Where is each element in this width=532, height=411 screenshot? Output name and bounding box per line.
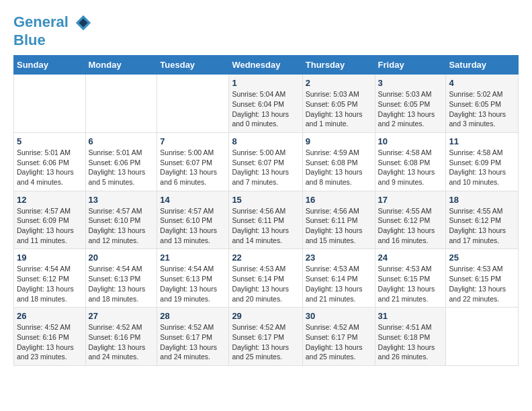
day-number: 30 xyxy=(306,311,372,321)
day-number: 29 xyxy=(232,311,299,321)
calendar-cell: 16Sunrise: 4:56 AMSunset: 6:11 PMDayligh… xyxy=(302,191,375,249)
day-number: 27 xyxy=(89,311,154,321)
day-number: 14 xyxy=(160,195,226,205)
calendar-body: 1Sunrise: 5:04 AMSunset: 6:04 PMDaylight… xyxy=(14,75,519,366)
day-number: 24 xyxy=(378,253,443,263)
calendar-cell: 23Sunrise: 4:53 AMSunset: 6:14 PMDayligh… xyxy=(302,249,375,308)
day-info: Sunrise: 4:52 AMSunset: 6:16 PMDaylight:… xyxy=(17,322,83,362)
calendar-week-row: 5Sunrise: 5:01 AMSunset: 6:06 PMDaylight… xyxy=(14,132,519,191)
weekday-header: Friday xyxy=(375,56,446,75)
logo-blue: Blue xyxy=(13,32,93,48)
calendar-cell: 19Sunrise: 4:54 AMSunset: 6:12 PMDayligh… xyxy=(14,249,86,308)
day-number: 11 xyxy=(449,136,515,146)
calendar-cell: 29Sunrise: 4:52 AMSunset: 6:17 PMDayligh… xyxy=(229,308,302,366)
day-info: Sunrise: 5:02 AMSunset: 6:05 PMDaylight:… xyxy=(449,89,515,129)
calendar-cell: 2Sunrise: 5:03 AMSunset: 6:05 PMDaylight… xyxy=(302,75,375,133)
weekday-header: Thursday xyxy=(302,56,375,75)
calendar-cell: 6Sunrise: 5:01 AMSunset: 6:06 PMDaylight… xyxy=(85,132,157,191)
calendar-cell: 25Sunrise: 4:53 AMSunset: 6:15 PMDayligh… xyxy=(446,249,519,308)
calendar-table: SundayMondayTuesdayWednesdayThursdayFrid… xyxy=(13,55,519,366)
day-number: 19 xyxy=(17,253,83,263)
day-number: 26 xyxy=(17,311,83,321)
day-info: Sunrise: 4:53 AMSunset: 6:14 PMDaylight:… xyxy=(232,264,299,304)
day-number: 13 xyxy=(89,195,154,205)
calendar-cell: 27Sunrise: 4:52 AMSunset: 6:16 PMDayligh… xyxy=(85,308,157,366)
day-info: Sunrise: 4:55 AMSunset: 6:12 PMDaylight:… xyxy=(378,206,443,246)
calendar-cell: 8Sunrise: 5:00 AMSunset: 6:07 PMDaylight… xyxy=(229,132,302,191)
calendar-cell: 30Sunrise: 4:52 AMSunset: 6:17 PMDayligh… xyxy=(302,308,375,366)
weekday-header: Wednesday xyxy=(229,56,302,75)
day-info: Sunrise: 4:52 AMSunset: 6:17 PMDaylight:… xyxy=(232,322,299,362)
day-number: 31 xyxy=(378,311,443,321)
day-number: 12 xyxy=(17,195,83,205)
day-number: 5 xyxy=(17,136,83,146)
day-info: Sunrise: 4:59 AMSunset: 6:08 PMDaylight:… xyxy=(306,148,372,187)
day-info: Sunrise: 5:01 AMSunset: 6:06 PMDaylight:… xyxy=(89,148,154,187)
day-info: Sunrise: 5:03 AMSunset: 6:05 PMDaylight:… xyxy=(306,89,372,129)
weekday-header: Tuesday xyxy=(157,56,229,75)
day-info: Sunrise: 5:00 AMSunset: 6:07 PMDaylight:… xyxy=(160,148,226,187)
day-info: Sunrise: 4:53 AMSunset: 6:15 PMDaylight:… xyxy=(449,264,515,304)
calendar-cell: 11Sunrise: 4:58 AMSunset: 6:09 PMDayligh… xyxy=(446,132,519,191)
calendar-cell: 26Sunrise: 4:52 AMSunset: 6:16 PMDayligh… xyxy=(14,308,86,366)
day-number: 22 xyxy=(232,253,299,263)
day-number: 25 xyxy=(449,253,515,263)
calendar-cell: 4Sunrise: 5:02 AMSunset: 6:05 PMDaylight… xyxy=(446,75,519,133)
weekday-header: Saturday xyxy=(446,56,519,75)
calendar-week-row: 1Sunrise: 5:04 AMSunset: 6:04 PMDaylight… xyxy=(14,75,519,133)
day-number: 16 xyxy=(306,195,372,205)
calendar-cell: 13Sunrise: 4:57 AMSunset: 6:10 PMDayligh… xyxy=(85,191,157,249)
day-number: 10 xyxy=(378,136,443,146)
day-info: Sunrise: 5:00 AMSunset: 6:07 PMDaylight:… xyxy=(232,148,299,187)
page-header: General Blue xyxy=(13,13,519,48)
calendar-cell: 28Sunrise: 4:52 AMSunset: 6:17 PMDayligh… xyxy=(157,308,229,366)
weekday-row: SundayMondayTuesdayWednesdayThursdayFrid… xyxy=(14,56,519,75)
day-info: Sunrise: 4:57 AMSunset: 6:10 PMDaylight:… xyxy=(160,206,226,246)
calendar-cell: 17Sunrise: 4:55 AMSunset: 6:12 PMDayligh… xyxy=(375,191,446,249)
day-info: Sunrise: 4:55 AMSunset: 6:12 PMDaylight:… xyxy=(449,206,515,246)
calendar-header: SundayMondayTuesdayWednesdayThursdayFrid… xyxy=(14,56,519,75)
calendar-cell: 24Sunrise: 4:53 AMSunset: 6:15 PMDayligh… xyxy=(375,249,446,308)
day-number: 9 xyxy=(306,136,372,146)
day-info: Sunrise: 4:54 AMSunset: 6:13 PMDaylight:… xyxy=(160,264,226,304)
calendar-cell: 3Sunrise: 5:03 AMSunset: 6:05 PMDaylight… xyxy=(375,75,446,133)
day-info: Sunrise: 4:57 AMSunset: 6:09 PMDaylight:… xyxy=(17,206,83,246)
calendar-cell: 1Sunrise: 5:04 AMSunset: 6:04 PMDaylight… xyxy=(229,75,302,133)
day-number: 21 xyxy=(160,253,226,263)
calendar-cell: 21Sunrise: 4:54 AMSunset: 6:13 PMDayligh… xyxy=(157,249,229,308)
calendar-cell: 14Sunrise: 4:57 AMSunset: 6:10 PMDayligh… xyxy=(157,191,229,249)
day-info: Sunrise: 5:04 AMSunset: 6:04 PMDaylight:… xyxy=(232,89,299,129)
calendar-cell xyxy=(14,75,86,133)
day-number: 4 xyxy=(449,78,515,88)
day-number: 8 xyxy=(232,136,299,146)
day-info: Sunrise: 4:54 AMSunset: 6:12 PMDaylight:… xyxy=(17,264,83,304)
logo: General Blue xyxy=(13,13,93,48)
day-info: Sunrise: 4:57 AMSunset: 6:10 PMDaylight:… xyxy=(89,206,154,246)
day-number: 17 xyxy=(378,195,443,205)
day-info: Sunrise: 4:58 AMSunset: 6:09 PMDaylight:… xyxy=(449,148,515,187)
day-number: 18 xyxy=(449,195,515,205)
day-info: Sunrise: 4:52 AMSunset: 6:17 PMDaylight:… xyxy=(160,322,226,362)
calendar-cell xyxy=(85,75,157,133)
day-info: Sunrise: 4:56 AMSunset: 6:11 PMDaylight:… xyxy=(306,206,372,246)
day-info: Sunrise: 4:53 AMSunset: 6:14 PMDaylight:… xyxy=(306,264,372,304)
day-info: Sunrise: 4:58 AMSunset: 6:08 PMDaylight:… xyxy=(378,148,443,187)
day-info: Sunrise: 5:01 AMSunset: 6:06 PMDaylight:… xyxy=(17,148,83,187)
calendar-week-row: 19Sunrise: 4:54 AMSunset: 6:12 PMDayligh… xyxy=(14,249,519,308)
day-number: 1 xyxy=(232,78,299,88)
day-number: 20 xyxy=(89,253,154,263)
calendar-cell: 22Sunrise: 4:53 AMSunset: 6:14 PMDayligh… xyxy=(229,249,302,308)
day-info: Sunrise: 4:53 AMSunset: 6:15 PMDaylight:… xyxy=(378,264,443,304)
logo-text: General xyxy=(13,13,93,32)
calendar-week-row: 26Sunrise: 4:52 AMSunset: 6:16 PMDayligh… xyxy=(14,308,519,366)
day-number: 6 xyxy=(89,136,154,146)
calendar-cell: 18Sunrise: 4:55 AMSunset: 6:12 PMDayligh… xyxy=(446,191,519,249)
calendar-cell: 7Sunrise: 5:00 AMSunset: 6:07 PMDaylight… xyxy=(157,132,229,191)
calendar-cell xyxy=(446,308,519,366)
day-info: Sunrise: 4:51 AMSunset: 6:18 PMDaylight:… xyxy=(378,322,443,362)
calendar-cell: 10Sunrise: 4:58 AMSunset: 6:08 PMDayligh… xyxy=(375,132,446,191)
calendar-cell xyxy=(157,75,229,133)
day-number: 28 xyxy=(160,311,226,321)
day-number: 2 xyxy=(306,78,372,88)
day-number: 15 xyxy=(232,195,299,205)
